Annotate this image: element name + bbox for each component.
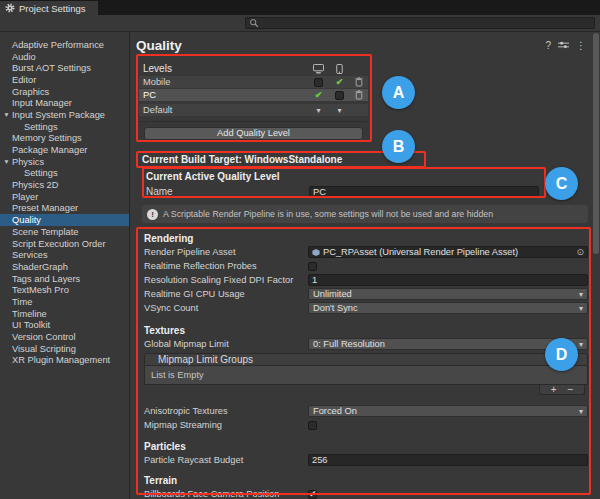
- sidebar-item-preset-manager[interactable]: Preset Manager: [0, 203, 129, 215]
- sidebar-item-burst-aot-settings[interactable]: Burst AOT Settings: [0, 62, 129, 74]
- sidebar-item-script-execution-order[interactable]: Script Execution Order: [0, 238, 129, 250]
- name-label: Name: [146, 186, 309, 197]
- desktop-platform-icon: [308, 64, 329, 74]
- mipmap-limit-groups-header[interactable]: Mipmap Limit Groups: [144, 353, 588, 366]
- rendering-section-heading: Rendering: [130, 231, 600, 245]
- mobile-default-check-icon[interactable]: ✔: [336, 78, 344, 87]
- particle-raycast-budget-field[interactable]: 256: [308, 454, 588, 466]
- realtime-gi-row: Realtime GI CPU Usage Unlimited ▾: [130, 287, 600, 301]
- default-mobile-dropdown-icon[interactable]: ▾: [337, 106, 341, 115]
- chevron-down-icon: ▾: [579, 304, 583, 313]
- global-mipmap-limit-dropdown[interactable]: 0: Full Resolution ▾: [308, 338, 588, 350]
- sidebar-item-physics[interactable]: ▼ Physics: [0, 156, 129, 168]
- sidebar-item-version-control[interactable]: Version Control: [0, 331, 129, 343]
- settings-toolbar: [0, 15, 600, 32]
- billboards-row: Billboards Face Camera Position: [130, 487, 600, 499]
- mipmap-streaming-checkbox[interactable]: [308, 421, 317, 430]
- mipmap-limit-groups-footer: + −: [144, 385, 588, 396]
- page-title: Quality: [136, 38, 182, 53]
- project-settings-window: Project Settings Adaptive Performance Au…: [0, 0, 600, 499]
- sidebar-item-input-system-settings[interactable]: Settings: [0, 121, 129, 133]
- sidebar-item-adaptive-performance[interactable]: Adaptive Performance: [0, 39, 129, 51]
- vsync-row: VSync Count Don't Sync ▾: [130, 301, 600, 315]
- global-mipmap-limit-label: Global Mipmap Limit: [144, 339, 308, 349]
- current-active-quality-level-heading: Current Active Quality Level: [146, 171, 600, 182]
- billboards-checkbox[interactable]: [308, 490, 317, 499]
- sidebar-item-input-manager[interactable]: Input Manager: [0, 97, 129, 109]
- mobile-platform-icon: [329, 64, 350, 74]
- sidebar-item-input-system-package[interactable]: ▼ Input System Package: [0, 109, 129, 121]
- pc-mobile-checkbox[interactable]: [335, 91, 344, 100]
- sidebar-item-xr-plugin-management[interactable]: XR Plugin Management: [0, 355, 129, 367]
- mipmap-streaming-label: Mipmap Streaming: [144, 420, 308, 430]
- textures-section-heading: Textures: [130, 323, 600, 337]
- sidebar-item-timeline[interactable]: Timeline: [0, 308, 129, 320]
- anisotropic-textures-dropdown[interactable]: Forced On ▾: [308, 405, 588, 417]
- search-box[interactable]: [245, 17, 595, 29]
- sidebar-item-package-manager[interactable]: Package Manager: [0, 144, 129, 156]
- help-icon[interactable]: ?: [545, 40, 551, 51]
- foldout-open-icon[interactable]: ▼: [2, 158, 11, 165]
- sidebar-item-editor[interactable]: Editor: [0, 74, 129, 86]
- sidebar-item-textmesh-pro[interactable]: TextMesh Pro: [0, 284, 129, 296]
- global-mipmap-limit-value: 0: Full Resolution: [313, 339, 385, 349]
- search-input[interactable]: [262, 18, 591, 28]
- sidebar-item-services[interactable]: Services: [0, 249, 129, 261]
- sidebar-item-physics-2d[interactable]: Physics 2D: [0, 179, 129, 191]
- sidebar-item-tags-and-layers[interactable]: Tags and Layers: [0, 273, 129, 285]
- levels-separator: [139, 121, 368, 122]
- sidebar-item-shadergraph[interactable]: ShaderGraph: [0, 261, 129, 273]
- vertical-scrollbar[interactable]: [593, 33, 599, 497]
- realtime-gi-label: Realtime GI CPU Usage: [144, 289, 308, 299]
- delete-level-trash-icon[interactable]: [350, 77, 368, 87]
- sidebar-item-time[interactable]: Time: [0, 296, 129, 308]
- level-name: PC: [143, 90, 308, 100]
- particle-raycast-budget-label: Particle Raycast Budget: [144, 455, 308, 465]
- mipmap-limit-groups-list: List is Empty: [144, 366, 588, 385]
- info-icon: !: [147, 209, 158, 220]
- mipmap-streaming-row: Mipmap Streaming: [130, 418, 600, 432]
- presets-icon[interactable]: [558, 40, 569, 50]
- billboards-label: Billboards Face Camera Position: [144, 489, 308, 499]
- list-remove-button[interactable]: −: [567, 386, 573, 394]
- list-empty-text: List is Empty: [151, 370, 204, 380]
- name-field[interactable]: PC: [309, 186, 539, 198]
- vsync-dropdown[interactable]: Don't Sync ▾: [308, 302, 588, 314]
- default-level-row: Default ▾ ▾: [139, 104, 368, 116]
- sidebar-item-scene-template[interactable]: Scene Template: [0, 226, 129, 238]
- sidebar-item-ui-toolkit[interactable]: UI Toolkit: [0, 320, 129, 332]
- chevron-down-icon: ▾: [579, 290, 583, 299]
- scrollbar-thumb[interactable]: [593, 33, 599, 254]
- anisotropic-textures-value: Forced On: [313, 406, 357, 416]
- foldout-open-icon[interactable]: ▼: [2, 111, 11, 118]
- delete-level-trash-icon[interactable]: [350, 90, 368, 100]
- object-picker-icon[interactable]: ⊙: [576, 247, 584, 257]
- particle-raycast-budget-row: Particle Raycast Budget 256: [130, 453, 600, 467]
- anisotropic-textures-label: Anisotropic Textures: [144, 406, 308, 416]
- list-add-button[interactable]: +: [551, 386, 557, 394]
- sidebar-item-graphics[interactable]: Graphics: [0, 86, 129, 98]
- realtime-gi-dropdown[interactable]: Unlimited ▾: [308, 288, 588, 300]
- mipmap-limit-groups-label: Mipmap Limit Groups: [158, 354, 253, 365]
- sidebar-item-visual-scripting[interactable]: Visual Scripting: [0, 343, 129, 355]
- sidebar-item-memory-settings[interactable]: Memory Settings: [0, 133, 129, 145]
- pc-default-check-icon[interactable]: ✔: [315, 91, 323, 100]
- default-desktop-dropdown-icon[interactable]: ▾: [316, 106, 320, 115]
- resolution-scaling-field[interactable]: 1: [308, 274, 588, 286]
- mobile-desktop-checkbox[interactable]: [314, 78, 323, 87]
- sidebar-item-physics-settings[interactable]: Settings: [0, 168, 129, 180]
- quality-level-row-pc[interactable]: PC ✔: [139, 89, 368, 101]
- anisotropic-textures-row: Anisotropic Textures Forced On ▾: [130, 404, 600, 418]
- sidebar-item-audio[interactable]: Audio: [0, 51, 129, 63]
- sidebar-item-player[interactable]: Player: [0, 191, 129, 203]
- sidebar-item-quality[interactable]: Quality: [0, 214, 129, 226]
- quality-level-row-mobile[interactable]: Mobile ✔: [139, 76, 368, 88]
- chevron-down-icon: ▾: [579, 340, 583, 349]
- realtime-reflection-probes-checkbox[interactable]: [308, 262, 317, 271]
- add-quality-level-button[interactable]: Add Quality Level: [144, 127, 363, 140]
- render-pipeline-asset-field[interactable]: PC_RPAsset (Universal Render Pipeline As…: [308, 246, 588, 258]
- vsync-label: VSync Count: [144, 303, 308, 313]
- menu-kebab-icon[interactable]: ⋮: [576, 40, 586, 51]
- project-settings-tab[interactable]: Project Settings: [0, 1, 98, 15]
- warning-text: A Scriptable Render Pipeline is in use, …: [163, 209, 493, 219]
